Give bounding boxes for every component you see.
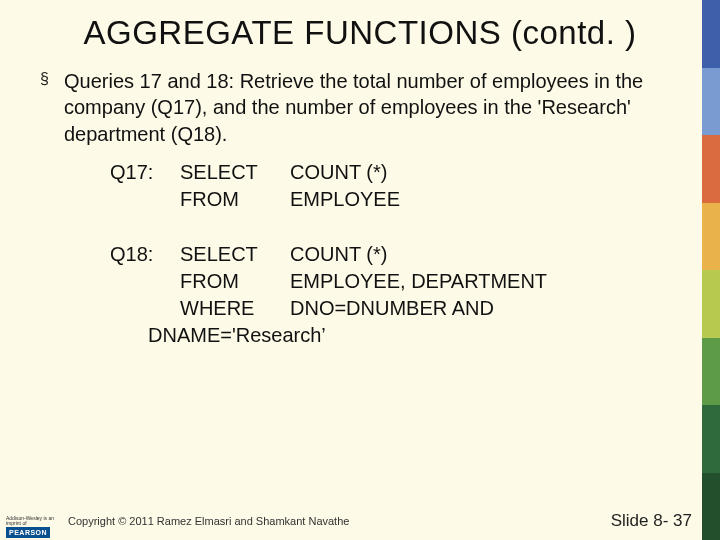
query-q18: Q18: SELECT COUNT (*) FROM EMPLOYEE, DEP… xyxy=(110,241,680,349)
query-line: FROM EMPLOYEE, DEPARTMENT xyxy=(110,268,680,295)
pearson-badge: PEARSON xyxy=(6,527,50,538)
query-line: Q17: SELECT COUNT (*) xyxy=(110,159,680,186)
sql-keyword: SELECT xyxy=(180,159,290,186)
bullet-text: Queries 17 and 18: Retrieve the total nu… xyxy=(64,68,680,147)
stripe-seg xyxy=(702,0,720,68)
sql-keyword: SELECT xyxy=(180,241,290,268)
sql-keyword: WHERE xyxy=(180,295,290,322)
query-line: FROM EMPLOYEE xyxy=(110,186,680,213)
sql-arg: EMPLOYEE, DEPARTMENT xyxy=(290,268,680,295)
stripe-seg xyxy=(702,338,720,406)
publisher-logo: Addison-Wesley is an imprint of PEARSON xyxy=(6,504,60,538)
stripe-seg xyxy=(702,68,720,136)
query-label xyxy=(110,268,180,295)
query-q17: Q17: SELECT COUNT (*) FROM EMPLOYEE xyxy=(110,159,680,213)
footer: Addison-Wesley is an imprint of PEARSON … xyxy=(0,502,720,540)
sql-arg: DNO=DNUMBER AND xyxy=(290,295,680,322)
query-continuation: DNAME='Research’ xyxy=(148,322,680,349)
sql-arg: COUNT (*) xyxy=(290,241,680,268)
content-area: § Queries 17 and 18: Retrieve the total … xyxy=(0,58,720,349)
query-label xyxy=(110,186,180,213)
page-title: AGGREGATE FUNCTIONS (contd. ) xyxy=(0,0,720,58)
sql-keyword: FROM xyxy=(180,268,290,295)
stripe-seg xyxy=(702,135,720,203)
sql-arg: EMPLOYEE xyxy=(290,186,680,213)
stripe-seg xyxy=(702,203,720,271)
decorative-stripe xyxy=(702,0,720,540)
query-line: WHERE DNO=DNUMBER AND xyxy=(110,295,680,322)
query-label: Q17: xyxy=(110,159,180,186)
bullet-marker: § xyxy=(40,68,54,90)
sql-arg: COUNT (*) xyxy=(290,159,680,186)
query-line: Q18: SELECT COUNT (*) xyxy=(110,241,680,268)
slide-number: Slide 8- 37 xyxy=(611,511,692,531)
copyright-text: Copyright © 2011 Ramez Elmasri and Shamk… xyxy=(68,515,349,527)
query-label: Q18: xyxy=(110,241,180,268)
imprint-text: Addison-Wesley is an imprint of xyxy=(6,516,60,526)
stripe-seg xyxy=(702,270,720,338)
stripe-seg xyxy=(702,405,720,473)
sql-keyword: FROM xyxy=(180,186,290,213)
slide: AGGREGATE FUNCTIONS (contd. ) § Queries … xyxy=(0,0,720,540)
query-label xyxy=(110,295,180,322)
bullet-item: § Queries 17 and 18: Retrieve the total … xyxy=(40,68,680,147)
